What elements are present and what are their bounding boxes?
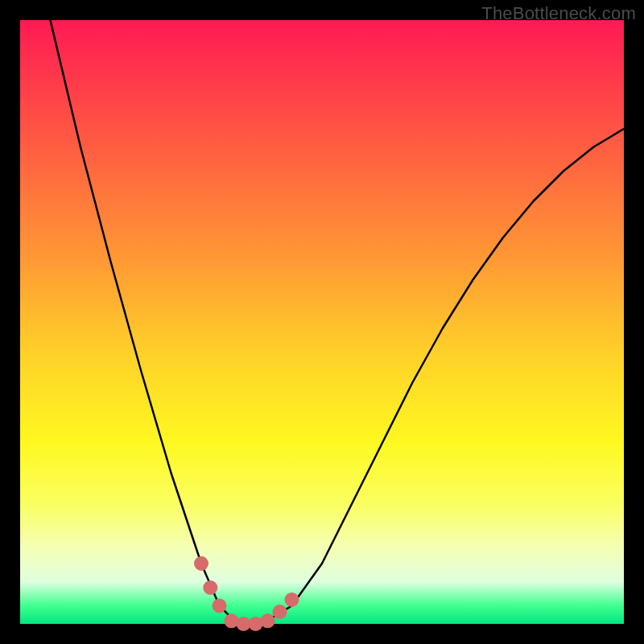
highlight-dot [261, 613, 275, 628]
highlight-dot [225, 613, 239, 628]
highlight-dot [203, 580, 217, 595]
highlight-dot [273, 605, 287, 619]
chart-svg [20, 20, 624, 624]
highlight-dot [194, 556, 208, 571]
highlight-dot [285, 592, 299, 607]
chart-plot-area [20, 20, 624, 624]
bottleneck-curve [51, 20, 625, 624]
highlight-dot [249, 617, 263, 631]
highlight-dots-group [194, 556, 299, 631]
highlight-dot [213, 599, 227, 613]
